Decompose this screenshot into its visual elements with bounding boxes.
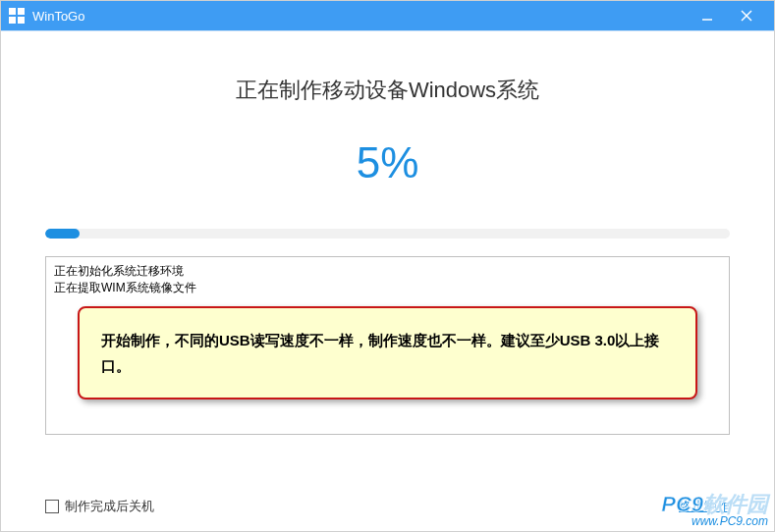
- minimize-button[interactable]: [688, 1, 727, 30]
- shutdown-checkbox[interactable]: [45, 500, 59, 513]
- log-line: 正在初始化系统迁移环境: [54, 263, 721, 280]
- progress-fill: [45, 229, 80, 239]
- app-window: WinToGo 正在制作移动设备Windows系统 5% 正在初始化系统迁移环境…: [0, 0, 775, 532]
- tip-box: 开始制作，不同的USB读写速度不一样，制作速度也不一样。建议至少USB 3.0以…: [78, 306, 697, 399]
- page-title: 正在制作移动设备Windows系统: [1, 76, 774, 105]
- shutdown-label: 制作完成后关机: [65, 498, 154, 515]
- titlebar: WinToGo: [1, 1, 774, 30]
- progress-percent: 5%: [1, 138, 774, 187]
- svg-rect-1: [18, 8, 25, 15]
- svg-rect-2: [9, 17, 16, 24]
- close-button[interactable]: [727, 1, 766, 30]
- footer: 制作完成后关机 终止制作: [45, 498, 730, 515]
- app-title: WinToGo: [32, 9, 84, 24]
- log-line: 正在提取WIM系统镜像文件: [54, 280, 721, 296]
- progress-bar: [45, 229, 730, 239]
- minimize-icon: [701, 10, 713, 22]
- app-icon: [9, 8, 25, 24]
- watermark-line2: www.PC9.com: [661, 515, 768, 527]
- svg-rect-0: [9, 8, 16, 15]
- log-box: 正在初始化系统迁移环境 正在提取WIM系统镜像文件 开始制作，不同的USB读写速…: [45, 256, 730, 435]
- stop-link[interactable]: 终止制作: [679, 498, 730, 515]
- content-area: 正在制作移动设备Windows系统 5% 正在初始化系统迁移环境 正在提取WIM…: [1, 30, 774, 531]
- tip-text: 开始制作，不同的USB读写速度不一样，制作速度也不一样。建议至少USB 3.0以…: [101, 332, 659, 374]
- close-icon: [741, 10, 752, 22]
- svg-rect-3: [18, 17, 25, 24]
